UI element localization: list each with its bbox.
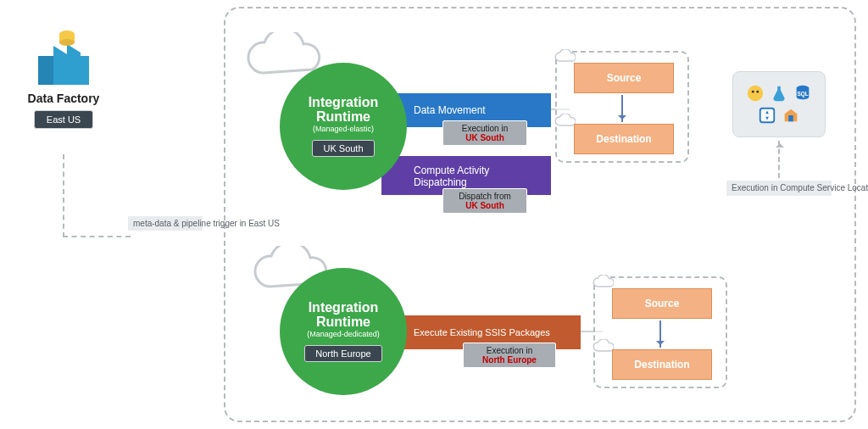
data-lake-icon xyxy=(782,106,800,125)
source-box: Source xyxy=(574,63,674,93)
connector-line xyxy=(63,236,131,237)
compute-services-panel: SQL xyxy=(732,71,826,137)
ir-region-pill: North Europe xyxy=(304,345,381,362)
cloud-icon xyxy=(592,339,614,353)
compute-execution-label: Execution in Compute Service Location xyxy=(726,180,832,197)
integration-runtime-elastic: Integration Runtime (Managed-elastic) UK… xyxy=(280,63,407,190)
sql-database-icon: SQL xyxy=(793,84,812,103)
badge-line: Dispatch from xyxy=(459,192,511,201)
badge-line: Execution in xyxy=(462,124,508,133)
execution-location-badge: Execution in UK South xyxy=(442,120,527,146)
arrow-icon xyxy=(778,141,780,178)
svg-rect-12 xyxy=(788,115,793,121)
data-factory-icon xyxy=(33,27,94,88)
source-destination-group: Source Destination xyxy=(555,51,689,163)
integration-runtime-dedicated: Integration Runtime (Managed-dedicated) … xyxy=(280,268,407,395)
activity-line: Dispatching xyxy=(414,177,467,188)
data-factory-block: Data Factory East US xyxy=(8,27,119,129)
cloud-icon xyxy=(592,275,614,288)
arrow-icon xyxy=(659,320,661,348)
svg-text:SQL: SQL xyxy=(797,91,808,98)
data-factory-region-pill: East US xyxy=(34,110,93,129)
activity-line: Compute Activity xyxy=(414,165,489,176)
dispatch-location-badge: Dispatch from UK South xyxy=(442,188,527,214)
arrow-icon xyxy=(621,95,623,122)
cloud-icon xyxy=(554,49,576,63)
source-destination-group: Source Destination xyxy=(593,276,727,388)
spark-icon xyxy=(758,106,776,125)
svg-point-7 xyxy=(752,91,754,93)
svg-rect-11 xyxy=(760,109,775,123)
badge-region: UK South xyxy=(448,201,521,210)
svg-point-8 xyxy=(756,91,759,93)
metadata-trigger-label: meta-data & pipeline trigger in East US xyxy=(127,215,203,231)
connector-line xyxy=(63,154,64,237)
source-box: Source xyxy=(612,288,712,319)
badge-region: UK South xyxy=(448,133,521,142)
ir-title: Integration Runtime xyxy=(280,301,407,330)
destination-box: Destination xyxy=(612,349,712,380)
execution-location-badge: Execution in North Europe xyxy=(463,343,556,368)
data-factory-title: Data Factory xyxy=(8,92,119,105)
badge-line: Execution in xyxy=(487,346,532,355)
svg-point-5 xyxy=(59,39,75,46)
ir-region-pill: UK South xyxy=(312,140,374,157)
cloud-icon xyxy=(554,114,576,127)
destination-box: Destination xyxy=(574,124,674,154)
badge-region: North Europe xyxy=(469,355,550,365)
svg-rect-1 xyxy=(38,56,53,85)
ir-title: Integration Runtime xyxy=(280,96,407,125)
ir-subtitle: (Managed-elastic) xyxy=(313,125,374,133)
hadoop-icon xyxy=(746,84,765,103)
flask-icon xyxy=(770,84,788,103)
svg-marker-2 xyxy=(53,44,81,56)
ir-subtitle: (Managed-dedicated) xyxy=(307,330,380,338)
svg-point-6 xyxy=(748,86,763,101)
